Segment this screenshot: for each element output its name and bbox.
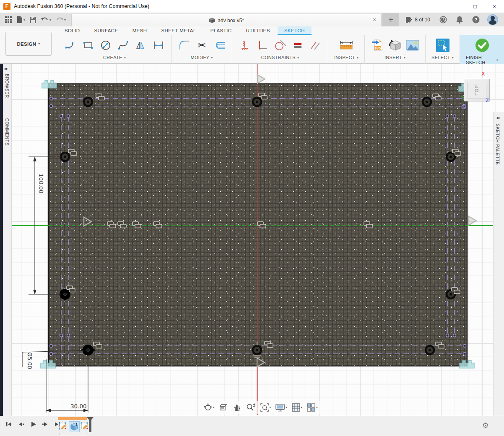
document-tab-close-icon[interactable]: × xyxy=(373,17,376,23)
fit-button[interactable]: ▾ xyxy=(259,402,272,413)
group-label-constraints[interactable]: CONSTRAINTS▾ xyxy=(261,55,299,60)
look-at-icon xyxy=(219,403,228,412)
tab-utilities[interactable]: UTILITIES xyxy=(239,26,276,35)
insert-svg-button[interactable]: SVG xyxy=(371,38,384,52)
timeline-position-marker[interactable] xyxy=(86,417,94,434)
zoom-button[interactable] xyxy=(245,402,257,413)
constraint-tangent-button[interactable] xyxy=(273,38,287,52)
user-avatar[interactable] xyxy=(487,14,498,25)
play-button[interactable] xyxy=(29,420,37,428)
browser-panel-tab[interactable]: BROWSER xyxy=(5,74,10,98)
expand-browser-icon[interactable]: ▶▶ xyxy=(5,67,8,70)
display-settings-button[interactable]: ▾ xyxy=(274,402,288,413)
timeline-extrude-feature[interactable] xyxy=(69,421,80,432)
comments-panel-tab[interactable]: COMMENTS xyxy=(5,118,10,145)
group-create: CREATE▾ xyxy=(58,35,171,66)
documents-counter-text: 8 of 10 xyxy=(415,17,430,23)
dimension-offset-text[interactable]: 30.00 xyxy=(70,403,87,410)
measure-button[interactable] xyxy=(338,38,355,52)
expand-palette-icon[interactable]: ◀◀ xyxy=(496,116,499,119)
tab-plastic[interactable]: PLASTIC xyxy=(204,26,239,35)
maximize-button[interactable]: □ xyxy=(465,0,485,13)
tab-sheet-metal[interactable]: SHEET METAL xyxy=(154,26,203,35)
group-label-modify[interactable]: MODIFY▾ xyxy=(191,55,213,60)
file-icon xyxy=(16,16,23,23)
equal-icon xyxy=(292,39,303,51)
save-button[interactable] xyxy=(28,14,38,25)
group-label-inspect[interactable]: INSPECT▾ xyxy=(334,55,359,60)
constraint-horizontal-vertical-button[interactable] xyxy=(256,38,269,52)
offset-icon xyxy=(213,39,226,51)
app-grid-button[interactable] xyxy=(3,14,13,25)
undo-icon xyxy=(41,16,49,23)
svg-badge-text: SVG xyxy=(375,47,381,50)
tab-solid[interactable]: SOLID xyxy=(58,26,87,35)
view-cube-top-face[interactable]: TOP xyxy=(467,82,486,99)
constraint-parallel-button[interactable] xyxy=(309,38,322,52)
documents-counter[interactable]: 8 of 10 xyxy=(399,13,436,26)
timeline-bar: ⚙ xyxy=(0,416,504,436)
document-pencil-icon xyxy=(405,16,413,23)
caret-down-icon: ▾ xyxy=(213,406,215,409)
step-forward-button[interactable] xyxy=(42,420,49,428)
fillet-button[interactable] xyxy=(177,38,191,52)
sketch-dimension-button[interactable] xyxy=(152,38,165,52)
insert-canvas-button[interactable] xyxy=(406,38,419,52)
new-tab-button[interactable]: + xyxy=(382,13,399,26)
caret-down-icon: ▾ xyxy=(301,406,303,409)
group-label-select[interactable]: SELECT▾ xyxy=(431,55,454,60)
timeline-sketch-feature[interactable] xyxy=(58,421,68,431)
select-icon xyxy=(436,38,450,52)
document-tab-title: adv box v5* xyxy=(218,18,244,23)
orbit-button[interactable]: ▾ xyxy=(203,402,216,413)
clock-icon xyxy=(439,16,447,24)
group-label-insert[interactable]: INSERT▾ xyxy=(384,55,405,60)
mirror-button[interactable] xyxy=(134,38,148,52)
model-canvas[interactable]: 100.00 Ø5.00 30.00 ▶▶ BROWSER COMMENTS ◀… xyxy=(0,64,504,416)
constraint-equal-button[interactable] xyxy=(291,38,304,52)
tab-sketch[interactable]: SKETCH xyxy=(278,26,312,35)
offset-button[interactable] xyxy=(213,38,226,52)
tab-mesh[interactable]: MESH xyxy=(126,26,154,35)
dimension-diameter-text[interactable]: Ø5.00 xyxy=(26,352,33,369)
grid-settings-button[interactable]: ▾ xyxy=(291,402,304,413)
select-button[interactable] xyxy=(435,38,450,52)
create-rectangle-button[interactable] xyxy=(81,38,95,52)
settings-gear-icon[interactable]: ⚙ xyxy=(482,421,489,430)
look-at-button[interactable] xyxy=(218,402,229,413)
workspace-selector[interactable]: DESIGN ▾ xyxy=(5,32,52,56)
orbit-icon xyxy=(203,403,213,412)
create-spline-button[interactable] xyxy=(117,38,130,52)
constraint-fix-button[interactable] xyxy=(238,38,252,52)
close-button[interactable]: × xyxy=(485,0,504,13)
finish-sketch-button[interactable] xyxy=(474,38,491,52)
job-status-button[interactable] xyxy=(438,14,449,25)
fusion360-window: F Autodesk Fusion 360 (Personal - Not fo… xyxy=(0,0,504,436)
insert-mesh-icon xyxy=(388,39,402,52)
redo-button[interactable]: ▾ xyxy=(54,14,67,25)
help-button[interactable]: ? xyxy=(470,14,481,25)
workspace-label: DESIGN xyxy=(17,42,36,47)
notifications-button[interactable] xyxy=(455,14,465,25)
view-cube-face-label: TOP xyxy=(474,85,479,95)
create-circle-button[interactable] xyxy=(99,38,112,52)
go-to-start-button[interactable] xyxy=(5,420,13,428)
step-back-button[interactable] xyxy=(17,420,25,428)
create-arc-button[interactable] xyxy=(64,38,77,52)
dimension-height-text[interactable]: 100.00 xyxy=(38,174,44,193)
undo-button[interactable]: ▾ xyxy=(39,14,52,25)
spline-icon xyxy=(117,39,129,51)
tab-surface[interactable]: SURFACE xyxy=(88,26,125,35)
group-label-create[interactable]: CREATE▾ xyxy=(103,55,126,60)
pan-button[interactable] xyxy=(231,402,242,413)
step-back-icon xyxy=(18,421,24,428)
document-tab[interactable]: adv box v5* × xyxy=(71,14,382,26)
caret-down-icon: ▾ xyxy=(297,56,299,60)
navigation-toolbar: ▾ xyxy=(200,401,321,414)
viewports-button[interactable]: ▾ xyxy=(306,402,319,413)
file-menu-button[interactable]: ▾ xyxy=(15,14,26,25)
insert-mesh-button[interactable] xyxy=(388,38,402,52)
sketch-palette-tab[interactable]: SKETCH PALETTE xyxy=(495,124,500,165)
minimize-button[interactable]: – xyxy=(446,0,465,13)
trim-button[interactable]: ✂ xyxy=(195,38,208,52)
